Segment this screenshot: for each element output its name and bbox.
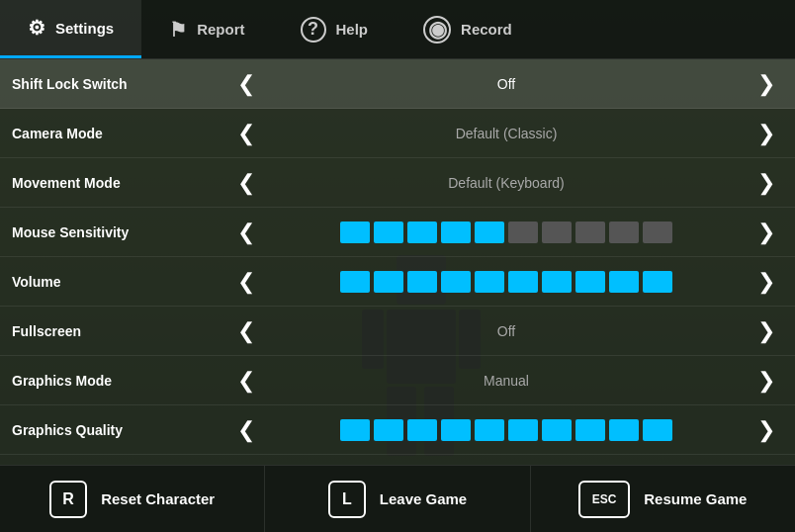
label-movement-mode: Movement Mode (12, 175, 229, 191)
gdot-9 (609, 419, 639, 441)
nav-bar: ⚙ Settings ⚑ Report ? Help ◉ Record (0, 0, 795, 59)
arrow-left-graphics-mode[interactable]: ❮ (229, 366, 263, 396)
arrow-left-volume[interactable]: ❮ (229, 267, 263, 297)
gdot-6 (508, 419, 538, 441)
dot-5 (475, 222, 504, 243)
dot-4 (441, 222, 471, 243)
dot-6 (508, 222, 538, 243)
arrow-left-camera-mode[interactable]: ❮ (229, 119, 263, 148)
vdot-4 (441, 271, 471, 293)
dot-9 (609, 222, 639, 243)
row-graphics-quality: Graphics Quality ❮ ❯ (0, 405, 795, 455)
gdot-1 (340, 419, 370, 441)
slider-volume[interactable] (263, 271, 750, 293)
vdot-2 (374, 271, 403, 293)
value-camera-mode: Default (Classic) (263, 126, 750, 141)
arrow-right-graphics-quality[interactable]: ❯ (750, 415, 783, 445)
help-icon: ? (301, 17, 326, 43)
nav-item-settings[interactable]: ⚙ Settings (0, 0, 141, 58)
leave-key-badge: L (328, 481, 366, 518)
arrow-right-graphics-mode[interactable]: ❯ (750, 366, 783, 396)
nav-label-help: Help (336, 21, 369, 38)
arrow-left-shift-lock[interactable]: ❮ (229, 69, 263, 99)
action-bar: R Reset Character L Leave Game ESC Resum… (0, 465, 795, 532)
slider-mouse-sensitivity[interactable] (263, 222, 750, 243)
reset-character-button[interactable]: R Reset Character (0, 466, 265, 532)
label-graphics-mode: Graphics Mode (12, 373, 229, 389)
dot-7 (542, 222, 572, 243)
row-fullscreen: Fullscreen ❮ Off ❯ (0, 307, 795, 356)
control-camera-mode: ❮ Default (Classic) ❯ (229, 119, 783, 148)
settings-icon: ⚙ (28, 16, 45, 40)
arrow-left-movement-mode[interactable]: ❮ (229, 168, 263, 198)
dot-8 (575, 222, 605, 243)
vdot-5 (475, 271, 504, 293)
gdot-10 (643, 419, 672, 441)
dot-10 (643, 222, 672, 243)
nav-item-report[interactable]: ⚑ Report (141, 0, 272, 58)
gdot-7 (542, 419, 572, 441)
arrow-left-fullscreen[interactable]: ❮ (229, 316, 263, 346)
row-movement-mode: Movement Mode ❮ Default (Keyboard) ❯ (0, 158, 795, 208)
leave-game-button[interactable]: L Leave Game (265, 466, 530, 532)
slider-graphics-quality[interactable] (263, 419, 750, 441)
row-mouse-sensitivity: Mouse Sensitivity ❮ ❯ (0, 208, 795, 257)
leave-label: Leave Game (380, 490, 467, 507)
reset-key-badge: R (49, 481, 87, 518)
arrow-right-camera-mode[interactable]: ❯ (750, 119, 783, 148)
control-graphics-mode: ❮ Manual ❯ (229, 366, 783, 396)
vdot-8 (575, 271, 605, 293)
nav-item-help[interactable]: ? Help (273, 0, 397, 58)
vdot-9 (609, 271, 639, 293)
gdot-3 (407, 419, 437, 441)
control-shift-lock: ❮ Off ❯ (229, 69, 783, 99)
vdot-10 (643, 271, 672, 293)
row-shift-lock: Shift Lock Switch ❮ Off ❯ (0, 59, 795, 109)
control-movement-mode: ❮ Default (Keyboard) ❯ (229, 168, 783, 198)
resume-label: Resume Game (644, 490, 747, 507)
value-shift-lock: Off (263, 76, 750, 92)
settings-list: Shift Lock Switch ❮ Off ❯ Camera Mode ❮ … (0, 59, 795, 455)
label-camera-mode: Camera Mode (12, 126, 229, 141)
dot-1 (340, 222, 370, 243)
record-icon: ◉ (423, 16, 451, 44)
gdot-8 (575, 419, 605, 441)
arrow-left-mouse-sensitivity[interactable]: ❮ (229, 218, 263, 247)
arrow-right-volume[interactable]: ❯ (750, 267, 783, 297)
gdot-2 (374, 419, 403, 441)
label-fullscreen: Fullscreen (12, 323, 229, 339)
report-icon: ⚑ (169, 18, 187, 42)
arrow-left-graphics-quality[interactable]: ❮ (229, 415, 263, 445)
row-volume: Volume ❮ ❯ (0, 257, 795, 307)
arrow-right-mouse-sensitivity[interactable]: ❯ (750, 218, 783, 247)
nav-item-record[interactable]: ◉ Record (396, 0, 540, 58)
vdot-7 (542, 271, 572, 293)
gdot-5 (475, 419, 504, 441)
reset-label: Reset Character (101, 490, 215, 507)
vdot-1 (340, 271, 370, 293)
vdot-3 (407, 271, 437, 293)
value-fullscreen: Off (263, 323, 750, 339)
control-graphics-quality: ❮ ❯ (229, 415, 783, 445)
control-mouse-sensitivity: ❮ ❯ (229, 218, 783, 247)
dot-3 (407, 222, 437, 243)
nav-label-report: Report (197, 21, 244, 38)
control-fullscreen: ❮ Off ❯ (229, 316, 783, 346)
label-mouse-sensitivity: Mouse Sensitivity (12, 224, 229, 240)
row-camera-mode: Camera Mode ❮ Default (Classic) ❯ (0, 109, 795, 158)
value-movement-mode: Default (Keyboard) (263, 175, 750, 191)
label-graphics-quality: Graphics Quality (12, 422, 229, 438)
control-volume: ❮ ❯ (229, 267, 783, 297)
dot-2 (374, 222, 403, 243)
resume-game-button[interactable]: ESC Resume Game (531, 466, 795, 532)
resume-key-badge: ESC (578, 481, 630, 518)
arrow-right-shift-lock[interactable]: ❯ (750, 69, 783, 99)
row-graphics-mode: Graphics Mode ❮ Manual ❯ (0, 356, 795, 405)
label-shift-lock: Shift Lock Switch (12, 76, 229, 92)
arrow-right-fullscreen[interactable]: ❯ (750, 316, 783, 346)
settings-panel: ⚙ Settings ⚑ Report ? Help ◉ Record Shif… (0, 0, 795, 532)
nav-label-settings: Settings (55, 20, 114, 37)
nav-label-record: Record (461, 21, 512, 38)
vdot-6 (508, 271, 538, 293)
arrow-right-movement-mode[interactable]: ❯ (750, 168, 783, 198)
